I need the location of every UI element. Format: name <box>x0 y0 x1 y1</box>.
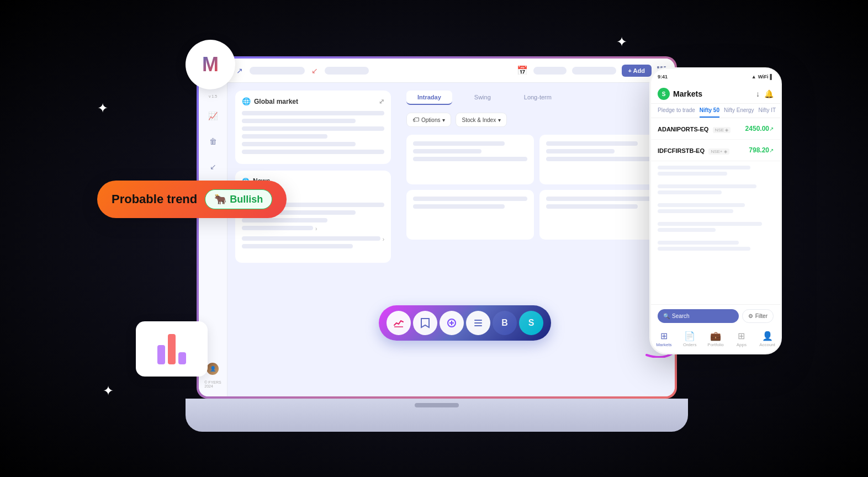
tab-long-term[interactable]: Long-term <box>513 91 563 105</box>
news-chevron-2[interactable]: › <box>383 236 384 252</box>
dc2-sk2 <box>546 149 615 153</box>
expand-icon[interactable]: ⤢ <box>379 98 384 105</box>
sidebar-icon-line[interactable]: 📈 <box>205 108 221 124</box>
mini-bar-2 <box>168 334 176 364</box>
toolbar-btn-buy[interactable]: B <box>493 311 517 335</box>
mini-bar-1 <box>157 345 165 364</box>
skeleton-block-4 <box>651 218 780 236</box>
trend-label: Probable trend <box>112 192 197 206</box>
stock-row-idfc[interactable]: IDFCFIRSTB-EQ NSE+ ◈ 798.20 ↗ <box>651 140 780 161</box>
news-chevron[interactable]: › <box>315 226 317 232</box>
filter-pill[interactable]: ⚙ Filter <box>742 309 774 323</box>
toolbar-btn-sell[interactable]: S <box>519 311 543 335</box>
top-bar-arrow-left[interactable]: ↗ <box>236 66 243 75</box>
tab-intraday[interactable]: Intraday <box>406 91 452 105</box>
copyright-text: © FYERS 2024 <box>204 380 221 388</box>
laptop-screen: 📊 v 1.5 📈 🗑 ↙ 👤 © FYERS 2024 <box>199 59 675 396</box>
global-market-header: 🌐 Global market ⤢ <box>242 97 384 105</box>
download-icon[interactable]: ↓ <box>756 89 760 98</box>
search-pill[interactable]: 🔍 Search <box>658 309 739 323</box>
nifty-tabs: Pledge to trade Nifty 50 Nifty Energy Ni… <box>651 104 780 118</box>
laptop-base <box>186 399 688 432</box>
sparkle-left: ✦ <box>97 100 108 116</box>
skeleton-4 <box>242 134 327 139</box>
adani-info: ADANIPORTS-EQ NSE ◈ <box>658 124 745 134</box>
bottom-nav-portfolio-label: Portfolio <box>707 342 723 347</box>
bottom-nav-apps-label: Apps <box>737 342 747 347</box>
toolbar-btn-bookmark[interactable] <box>413 311 437 335</box>
sidebar-icon-share[interactable]: ↙ <box>205 159 221 174</box>
stock-index-filter[interactable]: Stock & Index ▾ <box>456 113 507 127</box>
tab-nifty-it[interactable]: Nifty IT <box>758 104 776 118</box>
data-card-4 <box>539 190 667 240</box>
battery-icon: ▌ <box>770 74 774 80</box>
stock-row-adani[interactable]: ADANIPORTS-EQ NSE ◈ 2450.00 ↗ <box>651 118 780 140</box>
bottom-nav-markets[interactable]: ⊞ Markets <box>651 331 677 347</box>
news-skeleton-3 <box>242 218 327 222</box>
dc1-sk3 <box>413 157 527 161</box>
phone-bottom-bar: 🔍 Search ⚙ Filter ⊞ Markets 📄 Orders <box>651 304 780 353</box>
tab-nifty-energy[interactable]: Nifty Energy <box>724 104 754 118</box>
top-bar-item-4 <box>572 67 616 75</box>
app-layout: 📊 v 1.5 📈 🗑 ↙ 👤 © FYERS 2024 <box>199 59 675 396</box>
left-panel: 🌐 Global market ⤢ <box>227 83 399 396</box>
bottom-nav: ⊞ Markets 📄 Orders 💼 Portfolio ⊞ Apps 👤 <box>651 327 780 353</box>
idfc-exchange: NSE+ ◈ <box>708 149 729 155</box>
skeleton-block-1 <box>651 161 780 180</box>
dc2-sk1 <box>546 141 638 146</box>
skeleton-block-2 <box>651 180 780 199</box>
options-filter[interactable]: 🏷 Options ▾ <box>406 113 451 127</box>
svg-rect-2 <box>474 320 482 321</box>
laptop-container: 📊 v 1.5 📈 🗑 ↙ 👤 © FYERS 2024 <box>197 56 677 432</box>
markets-title: Markets <box>673 89 702 98</box>
skeleton-1 <box>242 111 384 115</box>
news-sk-6 <box>242 244 353 248</box>
dc3-sk2 <box>413 204 505 209</box>
globe-icon: 🌐 <box>242 97 251 105</box>
dc3-sk1 <box>413 197 527 201</box>
dc2-sk3 <box>546 157 660 161</box>
options-icon: 🏷 <box>412 116 419 124</box>
top-bar-calendar-icon[interactable]: 📅 <box>517 65 528 76</box>
sidebar-version: v 1.5 <box>209 94 217 98</box>
data-card-3 <box>406 190 534 240</box>
skeleton-block-3 <box>651 199 780 218</box>
toolbar-btn-chart[interactable] <box>387 311 411 335</box>
sparkle-top: ✦ <box>616 34 627 50</box>
top-bar-item-1 <box>250 67 305 75</box>
logo-letter: M <box>202 53 219 76</box>
news-sk-5 <box>242 236 380 241</box>
bullish-text: Bullish <box>230 194 263 205</box>
skeleton-2 <box>242 119 356 123</box>
tab-pledge[interactable]: Pledge to trade <box>658 104 695 118</box>
bottom-nav-orders[interactable]: 📄 Orders <box>677 331 703 347</box>
user-avatar[interactable]: 👤 <box>207 363 219 375</box>
adani-price: 2450.00 <box>745 125 769 132</box>
toolbar-btn-basket[interactable] <box>440 311 464 335</box>
mini-bars <box>157 334 186 364</box>
top-bar-arrow-right[interactable]: ↙ <box>311 66 318 75</box>
toolbar-btn-orders[interactable] <box>466 311 490 335</box>
bottom-nav-apps[interactable]: ⊞ Apps <box>728 331 754 347</box>
probable-trend-card: Probable trend 🐂 Bullish <box>97 181 287 218</box>
bottom-nav-account[interactable]: 👤 Account <box>754 331 780 347</box>
dc1-sk1 <box>413 141 505 146</box>
bottom-nav-portfolio[interactable]: 💼 Portfolio <box>703 331 729 347</box>
bottom-nav-apps-icon: ⊞ <box>738 331 745 341</box>
bottom-nav-account-icon: 👤 <box>762 331 773 341</box>
news-skeleton-4 <box>242 226 313 230</box>
adani-exchange: NSE ◈ <box>713 127 731 133</box>
tab-swing[interactable]: Swing <box>463 91 502 105</box>
orders-icon <box>473 317 484 328</box>
bell-icon[interactable]: 🔔 <box>764 89 774 98</box>
skeleton-6 <box>242 150 384 154</box>
add-button[interactable]: + Add <box>622 65 652 77</box>
tab-nifty50[interactable]: Nifty 50 <box>700 104 719 118</box>
sidebar-icon-delete[interactable]: 🗑 <box>205 134 221 149</box>
search-icon: 🔍 <box>663 313 670 319</box>
wifi-icon: WiFi <box>758 74 769 80</box>
dc1-sk2 <box>413 149 481 153</box>
data-card-1 <box>406 135 534 184</box>
bullish-badge: 🐂 Bullish <box>205 189 272 209</box>
adani-name: ADANIPORTS-EQ <box>658 126 708 132</box>
